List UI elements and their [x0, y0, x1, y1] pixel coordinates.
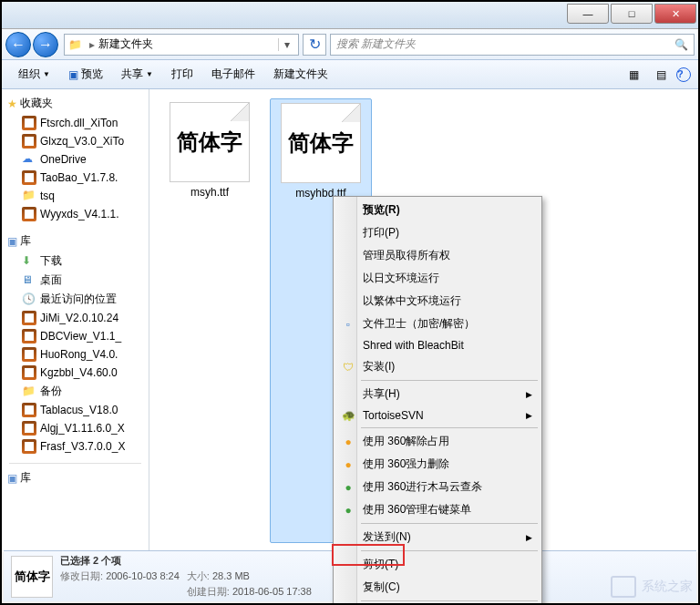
library-icon: ▣ — [7, 472, 17, 485]
email-button[interactable]: 电子邮件 — [202, 63, 264, 86]
organize-button[interactable]: 组织▼ — [9, 63, 59, 86]
context-item[interactable]: ●使用 360解除占用 — [335, 430, 540, 453]
context-item[interactable]: 预览(R) — [335, 199, 540, 221]
context-item[interactable]: ▫文件卫士（加密/解密） — [335, 313, 540, 335]
context-item[interactable]: 打印(P) — [335, 221, 540, 244]
sidebar-item[interactable]: JiMi_V2.0.10.24 — [2, 309, 149, 327]
context-menu: 预览(R) 打印(P) 管理员取得所有权 以日文环境运行 以繁体中文环境运行 ▫… — [333, 196, 542, 605]
sidebar-item[interactable]: Kgzbbl_V4.60.0 — [2, 364, 149, 382]
close-button[interactable]: ✕ — [654, 4, 696, 24]
minimize-button[interactable]: — — [567, 4, 609, 24]
titlebar: — □ ✕ — [2, 2, 698, 29]
breadcrumb[interactable]: 📁 ▸ 新建文件夹 ▾ — [64, 34, 299, 56]
file-thumbnail: 简体字 — [281, 103, 361, 183]
maximize-button[interactable]: □ — [611, 4, 653, 24]
context-item[interactable]: 管理员取得所有权 — [335, 244, 540, 267]
context-item[interactable]: Shred with BleachBit — [335, 335, 540, 355]
file-name: msyh.ttf — [190, 186, 229, 199]
star-icon: ★ — [7, 97, 17, 110]
context-item[interactable]: 复制(C) — [335, 576, 540, 599]
toolbar: 组织▼ ▣预览 共享▼ 打印 电子邮件 新建文件夹 ▦ ▤ ? — [2, 60, 698, 89]
library-icon: ▣ — [7, 235, 17, 248]
chevron-icon: ▸ — [89, 38, 95, 51]
sidebar-item[interactable]: Wyyxds_V4.1.1. — [2, 205, 149, 223]
sidebar-item[interactable]: Glxzq_V3.0_XiTo — [2, 132, 149, 150]
file-item[interactable]: 简体字 msyh.ttf — [159, 98, 261, 543]
favorites-header[interactable]: ★ 收藏夹 — [2, 93, 149, 114]
status-thumbnail: 简体字 — [11, 556, 53, 598]
context-item[interactable]: 🛡安装(I) — [335, 355, 540, 378]
breadcrumb-text: 新建文件夹 — [98, 36, 153, 52]
search-icon: 🔍 — [674, 38, 688, 51]
sidebar-item[interactable]: 📁tsq — [2, 187, 149, 205]
sidebar-item[interactable]: DBCView_V1.1_ — [2, 327, 149, 345]
sidebar-item[interactable]: ☁OneDrive — [2, 150, 149, 169]
selection-text: 已选择 2 个项 — [60, 554, 180, 568]
sidebar-item[interactable]: Ftsrch.dll_XiTon — [2, 114, 149, 132]
sidebar-item[interactable]: HuoRong_V4.0. — [2, 345, 149, 364]
sidebar-item[interactable]: 🖥桌面 — [2, 271, 149, 290]
sidebar-item[interactable]: Frasf_V3.7.0.0_X — [2, 437, 149, 456]
back-button[interactable]: ← — [5, 32, 31, 57]
sidebar-item[interactable]: TaoBao_V1.7.8. — [2, 169, 149, 187]
file-thumbnail: 简体字 — [170, 102, 250, 182]
context-item[interactable]: 共享(H)▶ — [335, 383, 540, 405]
navbar: ← → 📁 ▸ 新建文件夹 ▾ ↻ 搜索 新建文件夹 🔍 — [2, 29, 698, 60]
refresh-button[interactable]: ↻ — [303, 34, 326, 56]
folder-icon: 📁 — [68, 38, 82, 51]
sidebar: ★ 收藏夹 Ftsrch.dll_XiTonGlxzq_V3.0_XiTo☁On… — [2, 89, 149, 552]
preview-button[interactable]: ▣预览 — [59, 63, 112, 86]
sidebar-item[interactable]: 🕓最近访问的位置 — [2, 290, 149, 309]
context-item[interactable]: ●使用 360强力删除 — [335, 453, 540, 476]
help-button[interactable]: ? — [676, 67, 691, 82]
context-item[interactable]: 剪切(T) — [335, 553, 540, 576]
view-button[interactable]: ▦ — [622, 65, 645, 85]
preview-pane-button[interactable]: ▤ — [649, 65, 673, 85]
forward-button[interactable]: → — [33, 32, 58, 57]
libraries2-header[interactable]: ▣ 库 — [2, 467, 149, 488]
libraries-header[interactable]: ▣ 库 — [2, 231, 149, 251]
context-item[interactable]: 以日文环境运行 — [335, 267, 540, 290]
share-button[interactable]: 共享▼ — [112, 63, 162, 86]
search-input[interactable]: 搜索 新建文件夹 🔍 — [330, 34, 695, 56]
sidebar-item[interactable]: 📁备份 — [2, 382, 149, 401]
sidebar-item[interactable]: Algj_V1.11.6.0_X — [2, 419, 149, 437]
newfolder-button[interactable]: 新建文件夹 — [264, 63, 337, 86]
breadcrumb-dropdown[interactable]: ▾ — [278, 38, 294, 51]
print-button[interactable]: 打印 — [162, 63, 202, 86]
context-item[interactable]: 以繁体中文环境运行 — [335, 290, 540, 313]
context-item[interactable]: 发送到(N)▶ — [335, 526, 540, 549]
sidebar-item[interactable]: ⬇下载 — [2, 251, 149, 271]
context-item[interactable]: ●使用 360进行木马云查杀 — [335, 476, 540, 498]
context-item[interactable]: 🐢TortoiseSVN▶ — [335, 405, 540, 426]
context-item[interactable]: ●使用 360管理右键菜单 — [335, 498, 540, 521]
sidebar-item[interactable]: Tablacus_V18.0 — [2, 401, 149, 419]
search-placeholder: 搜索 新建文件夹 — [336, 36, 416, 52]
